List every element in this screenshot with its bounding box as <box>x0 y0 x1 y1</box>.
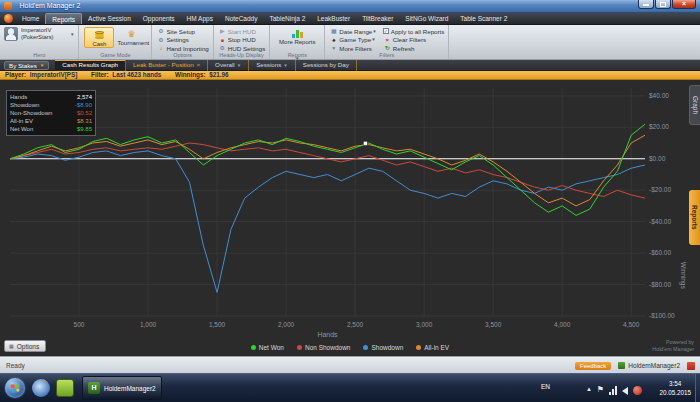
menu-tab-sitngo-wizard[interactable]: SitNGo Wizard <box>399 13 454 24</box>
date-range-button[interactable]: ▦ Date Range ▼ <box>329 27 377 36</box>
svg-text:-$80.00: -$80.00 <box>649 281 671 288</box>
svg-text:3,500: 3,500 <box>485 321 502 328</box>
chevron-down-icon: ▼ <box>70 32 74 37</box>
svg-text:2,000: 2,000 <box>278 321 295 328</box>
right-tab-reports[interactable]: Reports <box>689 190 700 245</box>
legend-item-non-showdown: Non Showdown <box>297 344 351 351</box>
chevron-down-icon: ▼ <box>237 63 241 68</box>
non-showdown-label: Non-Showdown <box>10 109 52 117</box>
ribbon-group-reports: More Reports ▼ Reports <box>270 25 325 59</box>
clear-filters-button[interactable]: × Clear Filters <box>383 36 445 45</box>
game-type-button[interactable]: ♠ Game Type ▼ <box>329 36 377 45</box>
stop-hud-label: Stop HUD <box>228 36 256 43</box>
network-icon[interactable] <box>609 386 617 395</box>
tooltip-row: Hands 2,574 <box>10 93 92 101</box>
tooltip-row: Net Won $9.85 <box>10 125 92 133</box>
ribbon-group-label: Hero <box>0 51 78 59</box>
legend-dot-icon <box>363 345 368 350</box>
settings-button[interactable]: ⚙ Settings <box>156 36 208 45</box>
by-stakes-dropdown[interactable]: By Stakes ▼ <box>4 61 49 70</box>
close-button[interactable]: × <box>672 0 696 9</box>
antivirus-tray-icon[interactable] <box>633 386 642 395</box>
tooltip-row: Non-Showdown $0.52 <box>10 109 92 117</box>
taskbar-clock[interactable]: 3:54 20.05.2015 <box>659 379 691 397</box>
ribbon-group-label: Reports <box>270 51 324 59</box>
menu-tab-table-scanner[interactable]: Table Scanner 2 <box>454 13 513 24</box>
right-tab-graph[interactable]: Graph <box>689 85 700 125</box>
taskbar-button-holdem-manager[interactable]: H HoldemManager2 <box>82 376 162 400</box>
hero-selector[interactable]: ImperatorIV (PokerStars) ▼ <box>4 27 74 41</box>
tab-sessions-by-day[interactable]: Sessions by Day <box>296 60 357 71</box>
all-in-ev-value: $8.31 <box>77 117 92 125</box>
filter-value: Last 4623 hands <box>112 71 161 78</box>
language-indicator[interactable]: EN <box>541 383 550 390</box>
tournament-mode-button[interactable]: ♛ Tournament <box>116 27 146 48</box>
show-desktop-button[interactable] <box>695 374 700 402</box>
menu-tab-reports[interactable]: Reports <box>45 13 82 24</box>
hm2-icon <box>618 362 625 369</box>
pinned-app-icon[interactable] <box>56 379 74 397</box>
gear-icon: ⚙ <box>156 36 165 44</box>
svg-text:$40.00: $40.00 <box>649 92 669 99</box>
menu-tab-home[interactable]: Home <box>16 13 45 24</box>
date: 20.05.2015 <box>659 388 691 397</box>
stop-hud-button[interactable]: ■ Stop HUD <box>218 36 265 45</box>
tab-leak-buster-position[interactable]: Leak Buster - Position× <box>126 60 208 71</box>
play-icon: ▶ <box>218 27 227 35</box>
svg-text:3,000: 3,000 <box>416 321 433 328</box>
bar-chart-icon <box>274 29 320 38</box>
menu-tab-notecaddy[interactable]: NoteCaddy <box>219 13 264 24</box>
menu-tab-hm-apps[interactable]: HM Apps <box>181 13 219 24</box>
hero-name: ImperatorIV (PokerStars) <box>21 27 67 40</box>
apply-to-all-reports-checkbox[interactable]: ✓ Apply to all Reports <box>383 27 445 36</box>
ribbon-group-label: Game Mode <box>79 51 151 59</box>
winnings-graph[interactable]: 5001,0001,5002,0002,5003,0003,5004,0004,… <box>0 80 700 338</box>
svg-text:-$100.00: -$100.00 <box>649 312 675 319</box>
menu-tab-leakbuster[interactable]: LeakBuster <box>311 13 356 24</box>
powered-by-text: Powered by Hold'em Manager <box>652 339 694 353</box>
firefox-icon[interactable] <box>32 379 50 397</box>
player-label: Player: <box>5 71 26 78</box>
feedback-button[interactable]: Feedback <box>575 362 611 370</box>
tab-cash-results-graph[interactable]: Cash Results Graph <box>55 60 126 71</box>
start-button[interactable] <box>5 378 25 398</box>
cash-mode-button[interactable]: Cash <box>84 27 114 48</box>
time: 3:54 <box>659 379 691 388</box>
menu-tab-active-session[interactable]: Active Session <box>82 13 137 24</box>
start-hud-label: Start HUD <box>228 28 256 35</box>
chevron-down-icon: ▼ <box>371 37 375 42</box>
menu-tab-tiltbreaker[interactable]: TiltBreaker <box>356 13 399 24</box>
chart-legend: Net Won Non Showdown Showdown All-in EV <box>0 340 700 354</box>
tab-sessions[interactable]: Sessions▼ <box>249 60 296 71</box>
player-avatar-icon <box>4 27 18 41</box>
title-bar: Hold'em Manager 2 × <box>0 0 700 13</box>
minimize-button[interactable] <box>638 0 654 9</box>
stop-icon: ■ <box>218 36 227 44</box>
menu-tab-opponents[interactable]: Opponents <box>137 13 181 24</box>
tab-label: Sessions <box>256 61 281 68</box>
application-menu-orb-icon[interactable] <box>4 14 13 23</box>
close-tab-icon[interactable]: × <box>197 62 201 68</box>
svg-text:$20.00: $20.00 <box>649 123 669 130</box>
status-bar: Ready Feedback HoldemManager2 <box>0 356 700 373</box>
site-setup-button[interactable]: ⚙ Site Setup <box>156 27 208 36</box>
ribbon-group-game-mode: Cash ♛ Tournament Game Mode <box>79 25 152 59</box>
notification-icon[interactable] <box>687 362 695 370</box>
calendar-icon: ▦ <box>329 27 338 35</box>
start-hud-button[interactable]: ▶ Start HUD <box>218 27 265 36</box>
winnings-value: $21.96 <box>209 71 228 78</box>
checkbox-icon: ✓ <box>383 28 389 34</box>
tab-overall[interactable]: Overall▼ <box>208 60 249 71</box>
chevron-down-icon: ▼ <box>372 29 376 34</box>
trophy-icon: ♛ <box>117 29 145 40</box>
chevron-down-icon: ▼ <box>283 63 287 68</box>
maximize-button[interactable] <box>655 0 671 9</box>
action-center-flag-icon[interactable]: ⚑ <box>597 385 604 395</box>
app-icon <box>4 2 12 10</box>
hm2-icon: H <box>88 382 100 394</box>
volume-icon[interactable] <box>622 387 628 395</box>
svg-text:$0.00: $0.00 <box>649 155 666 162</box>
hidden-icons-chevron-icon[interactable]: ▲ <box>586 383 592 395</box>
settings-label: Settings <box>166 36 188 43</box>
menu-tab-tableninja[interactable]: TableNinja 2 <box>263 13 311 24</box>
